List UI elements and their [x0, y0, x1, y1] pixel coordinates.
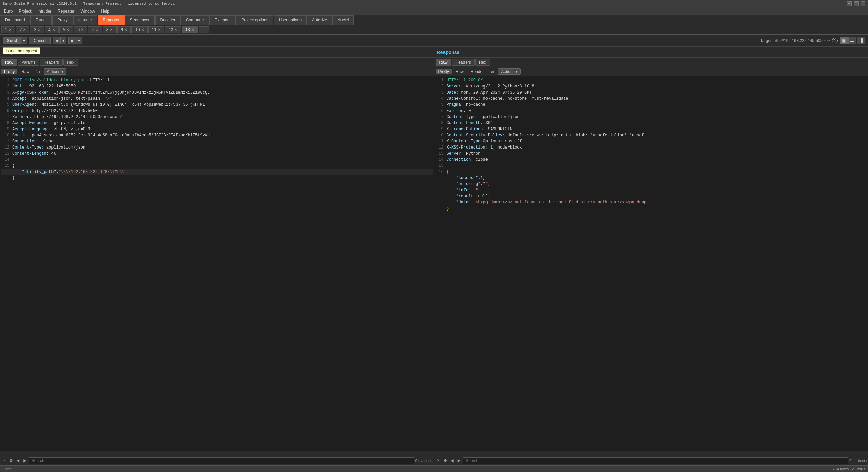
- tab-proxy[interactable]: Proxy: [52, 15, 73, 25]
- response-inner-render[interactable]: Render: [468, 69, 487, 74]
- nav-forward-button[interactable]: ▶: [68, 37, 76, 44]
- req-line-9: 9 Accept-Language: zh-CN, zh;q=0.9: [1, 126, 433, 132]
- tab-intruder[interactable]: Intruder: [73, 15, 97, 25]
- tab-user-options[interactable]: User options: [274, 15, 307, 25]
- request-tab-params[interactable]: Params: [18, 59, 39, 66]
- response-code-area[interactable]: 1 HTTP/1.1 200 OK 2 Server: Werkzeug/2.1…: [434, 76, 868, 451]
- req-line-5: 5 User-Agent: Mozilla/5.0 (Windows NT 10…: [1, 102, 433, 108]
- tab-project-options[interactable]: Project options: [236, 15, 273, 25]
- rep-tab-10[interactable]: 10 ✕: [131, 26, 147, 33]
- menu-burp[interactable]: Burp: [1, 8, 15, 14]
- request-tab-headers[interactable]: Headers: [40, 59, 62, 66]
- request-inner-newline[interactable]: \n: [34, 69, 42, 74]
- response-tab-raw[interactable]: Raw: [436, 59, 451, 66]
- tab-autorize[interactable]: Autorize: [307, 15, 332, 25]
- response-tab-headers[interactable]: Headers: [452, 59, 475, 66]
- help-icon[interactable]: ?: [832, 38, 838, 43]
- nav-forward-dropdown-button[interactable]: ▾: [76, 37, 82, 44]
- rep-tab-12[interactable]: 12 ✕: [165, 26, 181, 33]
- response-actions-chevron-icon: ▾: [516, 69, 518, 74]
- rep-tab-8[interactable]: 8 ✕: [103, 26, 117, 33]
- menu-window[interactable]: Window: [78, 8, 98, 14]
- request-settings-icon[interactable]: ⚙: [8, 457, 14, 464]
- response-inner-pretty[interactable]: Pretty: [436, 69, 452, 74]
- rep-tab-6[interactable]: 6 ✕: [74, 26, 87, 33]
- actions-chevron-icon: ▾: [61, 69, 63, 74]
- resp-line-2: 2 Server: Werkzeug/2.1.2 Python/3.10.8: [436, 83, 867, 90]
- cancel-button[interactable]: Cancel: [29, 37, 50, 44]
- nav-back-dropdown-button[interactable]: ▾: [60, 37, 66, 44]
- response-tab-hex[interactable]: Hex: [475, 59, 490, 66]
- tab-comparer[interactable]: Comparer: [181, 15, 209, 25]
- request-inner-pretty[interactable]: Pretty: [1, 69, 17, 74]
- rep-tab-3[interactable]: 3 ✕: [30, 26, 44, 33]
- tab-sequencer[interactable]: Sequencer: [125, 15, 155, 25]
- close-button[interactable]: ✕: [861, 1, 865, 6]
- minimize-button[interactable]: —: [847, 1, 852, 6]
- send-dropdown-button[interactable]: ▾: [21, 37, 27, 44]
- request-actions-button[interactable]: Actions ▾: [44, 68, 66, 75]
- rep-tab-2[interactable]: 2 ✕: [16, 26, 30, 33]
- send-button[interactable]: Send: [3, 37, 21, 44]
- tab-nuclei[interactable]: Nuclei: [332, 15, 354, 25]
- request-scrollbar-h[interactable]: [0, 451, 434, 456]
- response-actions-button[interactable]: Actions ▾: [498, 68, 520, 75]
- resp-line-19: "info":"",: [436, 187, 867, 193]
- request-tab-hex[interactable]: Hex: [63, 59, 78, 66]
- response-nav-forward-icon[interactable]: ▶: [456, 457, 462, 464]
- request-nav-back-icon[interactable]: ◀: [15, 457, 21, 464]
- req-line-6: 6 Origin: http://192.168.222.145:5050: [1, 108, 433, 114]
- tab-dashboard[interactable]: Dashboard: [0, 15, 30, 25]
- request-inner-raw[interactable]: Raw: [19, 69, 32, 74]
- resp-line-16: 16 {: [436, 169, 867, 175]
- response-inner-newline[interactable]: \n: [488, 69, 497, 74]
- resp-line-13: 13 Server: Python: [436, 151, 867, 157]
- resp-line-1: 1 HTTP/1.1 200 OK: [436, 77, 867, 83]
- menu-intruder[interactable]: Intruder: [35, 8, 54, 14]
- view-full-right[interactable]: ▐: [857, 37, 865, 44]
- main-content: Request Raw Params Headers Hex Pretty Ra…: [0, 47, 868, 465]
- req-line-10: 10 Cookie: pga4_session=e6f521fc-e9f4-4c…: [1, 132, 433, 138]
- nav-back-button[interactable]: ◀: [53, 37, 60, 44]
- request-panel-header: Request: [0, 47, 434, 58]
- tab-extender[interactable]: Extender: [209, 15, 236, 25]
- tab-repeater[interactable]: Repeater: [98, 15, 124, 25]
- req-line-16: "utility_path":"\\\\192.168.222.128\\TMP…: [1, 169, 433, 175]
- back-button-group: ◀ ▾: [53, 37, 66, 44]
- req-line-13: 13 Content-Length: 46: [1, 151, 433, 157]
- rep-tab-7[interactable]: 7 ✕: [88, 26, 102, 33]
- rep-tab-1[interactable]: 1 ✕: [1, 26, 15, 33]
- request-search-input[interactable]: [29, 457, 414, 464]
- menu-repeater[interactable]: Repeater: [55, 8, 77, 14]
- rep-tab-4[interactable]: 4 ✕: [45, 26, 59, 33]
- request-tab-raw[interactable]: Raw: [1, 59, 17, 66]
- response-scrollbar-h[interactable]: [434, 451, 868, 456]
- tab-target[interactable]: Target: [30, 15, 52, 25]
- menu-help[interactable]: Help: [98, 8, 112, 14]
- edit-target-icon[interactable]: ✏: [827, 38, 830, 43]
- response-nav-back-icon[interactable]: ◀: [449, 457, 455, 464]
- target-info: Target: http://192.168.222.145:5050 ✏ ? …: [760, 37, 865, 44]
- response-search-input[interactable]: [463, 457, 848, 464]
- menu-project[interactable]: Project: [16, 8, 34, 14]
- resp-line-14: 14 Connection: close: [436, 157, 867, 163]
- request-code-area[interactable]: 1 POST /misc/validate_binary_path HTTP/1…: [0, 76, 434, 451]
- rep-tab-9[interactable]: 9 ✕: [117, 26, 131, 33]
- request-help-icon[interactable]: ?: [1, 457, 7, 464]
- rep-tab-13[interactable]: 13 ✕: [182, 26, 198, 33]
- response-inner-raw[interactable]: Raw: [453, 69, 467, 74]
- resp-line-21: "data":"<b>pg_dump:</b> not found on the…: [436, 199, 867, 205]
- rep-tab-11[interactable]: 11 ✕: [148, 26, 164, 33]
- rep-tab-more[interactable]: ...: [199, 26, 209, 33]
- title-bar-controls: — □ ✕: [847, 1, 865, 6]
- request-bottom-bar: ? ⚙ ◀ ▶ 0 matches: [0, 456, 434, 465]
- response-settings-icon[interactable]: ⚙: [442, 457, 448, 464]
- response-help-icon[interactable]: ?: [436, 457, 441, 464]
- view-full-left[interactable]: ▬: [848, 37, 856, 44]
- rep-tab-5[interactable]: 5 ✕: [59, 26, 73, 33]
- menu-bar: Burp Project Intruder Repeater Window He…: [0, 7, 868, 15]
- request-nav-forward-icon[interactable]: ▶: [22, 457, 27, 464]
- maximize-button[interactable]: □: [854, 1, 859, 6]
- view-split-horizontal[interactable]: ▣: [840, 37, 848, 44]
- tab-decoder[interactable]: Decoder: [155, 15, 181, 25]
